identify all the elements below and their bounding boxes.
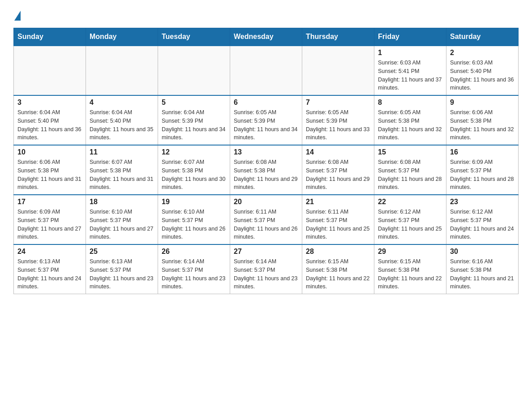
day-info: Sunrise: 6:14 AMSunset: 5:37 PMDaylight:… bbox=[162, 257, 226, 291]
day-info: Sunrise: 6:05 AMSunset: 5:38 PMDaylight:… bbox=[378, 108, 442, 142]
day-info: Sunrise: 6:13 AMSunset: 5:37 PMDaylight:… bbox=[17, 257, 82, 291]
day-info: Sunrise: 6:09 AMSunset: 5:37 PMDaylight:… bbox=[17, 208, 82, 241]
day-number: 26 bbox=[162, 248, 226, 256]
calendar-cell: 3Sunrise: 6:04 AMSunset: 5:40 PMDaylight… bbox=[14, 95, 86, 145]
week-row-2: 3Sunrise: 6:04 AMSunset: 5:40 PMDaylight… bbox=[14, 95, 519, 145]
week-row-4: 17Sunrise: 6:09 AMSunset: 5:37 PMDayligh… bbox=[14, 195, 519, 244]
day-info: Sunrise: 6:07 AMSunset: 5:38 PMDaylight:… bbox=[162, 158, 226, 192]
day-info: Sunrise: 6:08 AMSunset: 5:37 PMDaylight:… bbox=[306, 158, 370, 192]
calendar-cell: 7Sunrise: 6:05 AMSunset: 5:39 PMDaylight… bbox=[302, 95, 374, 145]
weekday-header-thursday: Thursday bbox=[302, 28, 374, 46]
day-number: 16 bbox=[450, 148, 515, 156]
calendar-cell bbox=[86, 46, 158, 95]
calendar-cell bbox=[158, 46, 230, 95]
day-number: 21 bbox=[306, 198, 370, 206]
day-info: Sunrise: 6:11 AMSunset: 5:37 PMDaylight:… bbox=[306, 208, 370, 241]
day-info: Sunrise: 6:16 AMSunset: 5:38 PMDaylight:… bbox=[450, 257, 515, 291]
day-info: Sunrise: 6:06 AMSunset: 5:38 PMDaylight:… bbox=[17, 158, 82, 192]
day-info: Sunrise: 6:04 AMSunset: 5:40 PMDaylight:… bbox=[17, 108, 82, 142]
day-number: 6 bbox=[234, 98, 298, 107]
calendar-cell: 20Sunrise: 6:11 AMSunset: 5:37 PMDayligh… bbox=[230, 195, 302, 244]
day-number: 27 bbox=[234, 248, 298, 256]
calendar-cell bbox=[230, 46, 302, 95]
logo bbox=[13, 9, 21, 19]
day-info: Sunrise: 6:11 AMSunset: 5:37 PMDaylight:… bbox=[234, 208, 298, 241]
day-info: Sunrise: 6:09 AMSunset: 5:37 PMDaylight:… bbox=[450, 158, 515, 192]
day-number: 29 bbox=[378, 248, 442, 256]
day-info: Sunrise: 6:04 AMSunset: 5:39 PMDaylight:… bbox=[162, 108, 226, 142]
day-number: 28 bbox=[306, 248, 370, 256]
page-header bbox=[13, 9, 519, 19]
calendar-cell: 4Sunrise: 6:04 AMSunset: 5:40 PMDaylight… bbox=[86, 95, 158, 145]
week-row-5: 24Sunrise: 6:13 AMSunset: 5:37 PMDayligh… bbox=[14, 244, 519, 294]
day-info: Sunrise: 6:15 AMSunset: 5:38 PMDaylight:… bbox=[378, 257, 442, 291]
calendar-table: SundayMondayTuesdayWednesdayThursdayFrid… bbox=[13, 28, 519, 294]
calendar-cell: 27Sunrise: 6:14 AMSunset: 5:37 PMDayligh… bbox=[230, 244, 302, 294]
calendar-cell: 9Sunrise: 6:06 AMSunset: 5:38 PMDaylight… bbox=[446, 95, 519, 145]
calendar-cell: 26Sunrise: 6:14 AMSunset: 5:37 PMDayligh… bbox=[158, 244, 230, 294]
day-info: Sunrise: 6:05 AMSunset: 5:39 PMDaylight:… bbox=[306, 108, 370, 142]
calendar-cell: 14Sunrise: 6:08 AMSunset: 5:37 PMDayligh… bbox=[302, 145, 374, 195]
weekday-header-monday: Monday bbox=[86, 28, 158, 46]
day-info: Sunrise: 6:06 AMSunset: 5:38 PMDaylight:… bbox=[450, 108, 515, 142]
week-row-3: 10Sunrise: 6:06 AMSunset: 5:38 PMDayligh… bbox=[14, 145, 519, 195]
day-number: 24 bbox=[17, 248, 82, 256]
day-info: Sunrise: 6:03 AMSunset: 5:40 PMDaylight:… bbox=[450, 59, 515, 92]
calendar-cell: 21Sunrise: 6:11 AMSunset: 5:37 PMDayligh… bbox=[302, 195, 374, 244]
day-info: Sunrise: 6:12 AMSunset: 5:37 PMDaylight:… bbox=[378, 208, 442, 241]
day-info: Sunrise: 6:04 AMSunset: 5:40 PMDaylight:… bbox=[90, 108, 154, 142]
day-info: Sunrise: 6:10 AMSunset: 5:37 PMDaylight:… bbox=[90, 208, 154, 241]
calendar-cell: 5Sunrise: 6:04 AMSunset: 5:39 PMDaylight… bbox=[158, 95, 230, 145]
calendar-cell: 13Sunrise: 6:08 AMSunset: 5:38 PMDayligh… bbox=[230, 145, 302, 195]
day-info: Sunrise: 6:08 AMSunset: 5:37 PMDaylight:… bbox=[378, 158, 442, 192]
day-number: 11 bbox=[90, 148, 154, 156]
logo-triangle-icon bbox=[14, 11, 21, 21]
calendar-cell: 8Sunrise: 6:05 AMSunset: 5:38 PMDaylight… bbox=[374, 95, 446, 145]
weekday-header-wednesday: Wednesday bbox=[230, 28, 302, 46]
calendar-cell: 2Sunrise: 6:03 AMSunset: 5:40 PMDaylight… bbox=[446, 46, 519, 95]
day-info: Sunrise: 6:15 AMSunset: 5:38 PMDaylight:… bbox=[306, 257, 370, 291]
calendar-cell: 6Sunrise: 6:05 AMSunset: 5:39 PMDaylight… bbox=[230, 95, 302, 145]
day-info: Sunrise: 6:10 AMSunset: 5:37 PMDaylight:… bbox=[162, 208, 226, 241]
weekday-header-saturday: Saturday bbox=[446, 28, 519, 46]
calendar-cell: 29Sunrise: 6:15 AMSunset: 5:38 PMDayligh… bbox=[374, 244, 446, 294]
day-info: Sunrise: 6:14 AMSunset: 5:37 PMDaylight:… bbox=[234, 257, 298, 291]
calendar-cell: 16Sunrise: 6:09 AMSunset: 5:37 PMDayligh… bbox=[446, 145, 519, 195]
day-number: 10 bbox=[17, 148, 82, 156]
day-number: 2 bbox=[450, 49, 515, 57]
calendar-cell: 11Sunrise: 6:07 AMSunset: 5:38 PMDayligh… bbox=[86, 145, 158, 195]
day-info: Sunrise: 6:03 AMSunset: 5:41 PMDaylight:… bbox=[378, 59, 442, 92]
calendar-cell bbox=[302, 46, 374, 95]
day-number: 20 bbox=[234, 198, 298, 206]
day-info: Sunrise: 6:12 AMSunset: 5:37 PMDaylight:… bbox=[450, 208, 515, 241]
day-info: Sunrise: 6:08 AMSunset: 5:38 PMDaylight:… bbox=[234, 158, 298, 192]
calendar-cell: 12Sunrise: 6:07 AMSunset: 5:38 PMDayligh… bbox=[158, 145, 230, 195]
calendar-cell: 22Sunrise: 6:12 AMSunset: 5:37 PMDayligh… bbox=[374, 195, 446, 244]
calendar-cell: 19Sunrise: 6:10 AMSunset: 5:37 PMDayligh… bbox=[158, 195, 230, 244]
calendar-cell: 1Sunrise: 6:03 AMSunset: 5:41 PMDaylight… bbox=[374, 46, 446, 95]
calendar-cell: 23Sunrise: 6:12 AMSunset: 5:37 PMDayligh… bbox=[446, 195, 519, 244]
day-number: 30 bbox=[450, 248, 515, 256]
weekday-header-tuesday: Tuesday bbox=[158, 28, 230, 46]
calendar-cell: 18Sunrise: 6:10 AMSunset: 5:37 PMDayligh… bbox=[86, 195, 158, 244]
day-number: 9 bbox=[450, 98, 515, 107]
day-number: 19 bbox=[162, 198, 226, 206]
day-number: 25 bbox=[90, 248, 154, 256]
day-number: 18 bbox=[90, 198, 154, 206]
calendar-cell: 10Sunrise: 6:06 AMSunset: 5:38 PMDayligh… bbox=[14, 145, 86, 195]
day-number: 3 bbox=[17, 98, 82, 107]
day-number: 17 bbox=[17, 198, 82, 206]
calendar-cell: 17Sunrise: 6:09 AMSunset: 5:37 PMDayligh… bbox=[14, 195, 86, 244]
day-number: 23 bbox=[450, 198, 515, 206]
calendar-cell: 30Sunrise: 6:16 AMSunset: 5:38 PMDayligh… bbox=[446, 244, 519, 294]
week-row-1: 1Sunrise: 6:03 AMSunset: 5:41 PMDaylight… bbox=[14, 46, 519, 95]
day-info: Sunrise: 6:07 AMSunset: 5:38 PMDaylight:… bbox=[90, 158, 154, 192]
day-number: 15 bbox=[378, 148, 442, 156]
day-number: 1 bbox=[378, 49, 442, 57]
calendar-cell: 24Sunrise: 6:13 AMSunset: 5:37 PMDayligh… bbox=[14, 244, 86, 294]
calendar-cell bbox=[14, 46, 86, 95]
day-number: 12 bbox=[162, 148, 226, 156]
day-info: Sunrise: 6:05 AMSunset: 5:39 PMDaylight:… bbox=[234, 108, 298, 142]
day-info: Sunrise: 6:13 AMSunset: 5:37 PMDaylight:… bbox=[90, 257, 154, 291]
day-number: 8 bbox=[378, 98, 442, 107]
